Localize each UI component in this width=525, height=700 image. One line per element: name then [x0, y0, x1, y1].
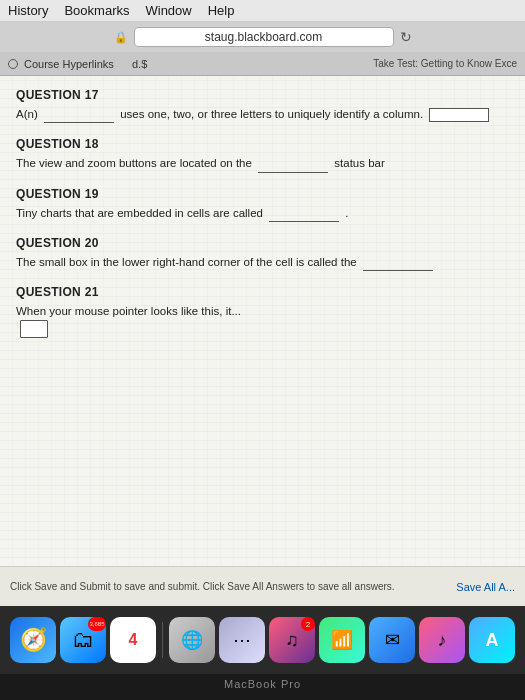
question-18-label: QUESTION 18 — [16, 137, 509, 151]
lock-icon: 🔒 — [114, 31, 128, 44]
finder-badge: 3,685 — [88, 617, 106, 631]
menu-history[interactable]: History — [8, 3, 48, 18]
q19-after: . — [345, 207, 348, 219]
option-d-label: d.$ — [132, 58, 147, 70]
music-badge: 2 — [301, 617, 315, 631]
save-instruction: Click Save and Submit to save and submit… — [10, 581, 456, 592]
tab-bar: Course Hyperlinks d.$ Take Test: Getting… — [0, 52, 525, 76]
dock-safari[interactable]: 🧭 — [10, 617, 56, 663]
question-18-block: QUESTION 18 The view and zoom buttons ar… — [16, 137, 509, 172]
question-17-text: A(n) uses one, two, or three letters to … — [16, 106, 509, 123]
question-20-text: The small box in the lower right-hand co… — [16, 254, 509, 271]
question-18-text: The view and zoom buttons are located on… — [16, 155, 509, 172]
dock-calendar[interactable]: 4 — [110, 617, 156, 663]
q18-answer-line[interactable] — [258, 172, 328, 173]
dock-app-store[interactable]: A — [469, 617, 515, 663]
q20-before: The small box in the lower right-hand co… — [16, 256, 357, 268]
url-field[interactable]: staug.blackboard.com — [134, 27, 394, 47]
menu-window[interactable]: Window — [145, 3, 191, 18]
question-21-block: QUESTION 21 When your mouse pointer look… — [16, 285, 509, 338]
tab-left: Course Hyperlinks d.$ — [8, 58, 147, 70]
dock-mail-app[interactable]: ✉ — [369, 617, 415, 663]
question-19-block: QUESTION 19 Tiny charts that are embedde… — [16, 187, 509, 222]
q19-before: Tiny charts that are embedded in cells a… — [16, 207, 263, 219]
take-test-label: Take Test: Getting to Know Exce — [373, 58, 517, 69]
dock-finder[interactable]: 🗂 3,685 — [60, 617, 106, 663]
dock-separator-1 — [162, 622, 163, 658]
menu-help[interactable]: Help — [208, 3, 235, 18]
mouse-cursor-icon — [20, 320, 48, 338]
question-20-label: QUESTION 20 — [16, 236, 509, 250]
dock-launchpad[interactable]: ⋯ — [219, 617, 265, 663]
dock-photos[interactable]: 🌐 — [169, 617, 215, 663]
q17-answer-line[interactable] — [44, 122, 114, 123]
dock-itunes-app[interactable]: ♪ — [419, 617, 465, 663]
q21-before: When your mouse pointer looks like this,… — [16, 305, 241, 317]
menu-bar: History Bookmarks Window Help — [0, 0, 525, 22]
question-17-block: QUESTION 17 A(n) uses one, two, or three… — [16, 88, 509, 123]
question-21-label: QUESTION 21 — [16, 285, 509, 299]
question-19-text: Tiny charts that are embedded in cells a… — [16, 205, 509, 222]
dock-chart-app[interactable]: 📶 — [319, 617, 365, 663]
radio-button[interactable] — [8, 59, 18, 69]
q20-answer-line[interactable] — [363, 270, 433, 271]
question-19-label: QUESTION 19 — [16, 187, 509, 201]
content-area: QUESTION 17 A(n) uses one, two, or three… — [0, 76, 525, 566]
save-all-button[interactable]: Save All A... — [456, 581, 515, 593]
dock-music-app[interactable]: ♫ 2 — [269, 617, 315, 663]
q17-answer-box[interactable] — [429, 108, 489, 122]
macbook-label: MacBook Pro — [0, 674, 525, 694]
q17-before: A(n) — [16, 108, 38, 120]
q19-answer-line[interactable] — [269, 221, 339, 222]
q17-after: uses one, two, or three letters to uniqu… — [120, 108, 423, 120]
refresh-icon[interactable]: ↻ — [400, 29, 412, 45]
q18-middle: status bar — [334, 157, 385, 169]
url-bar: 🔒 staug.blackboard.com ↻ — [0, 22, 525, 52]
question-17-label: QUESTION 17 — [16, 88, 509, 102]
q18-before: The view and zoom buttons are located on… — [16, 157, 252, 169]
save-bar: Click Save and Submit to save and submit… — [0, 566, 525, 606]
course-hyperlinks-label: Course Hyperlinks — [24, 58, 114, 70]
question-21-text: When your mouse pointer looks like this,… — [16, 303, 509, 338]
menu-bookmarks[interactable]: Bookmarks — [64, 3, 129, 18]
question-20-block: QUESTION 20 The small box in the lower r… — [16, 236, 509, 271]
dock: 🧭 🗂 3,685 4 🌐 ⋯ ♫ 2 📶 ✉ ♪ A — [0, 606, 525, 674]
